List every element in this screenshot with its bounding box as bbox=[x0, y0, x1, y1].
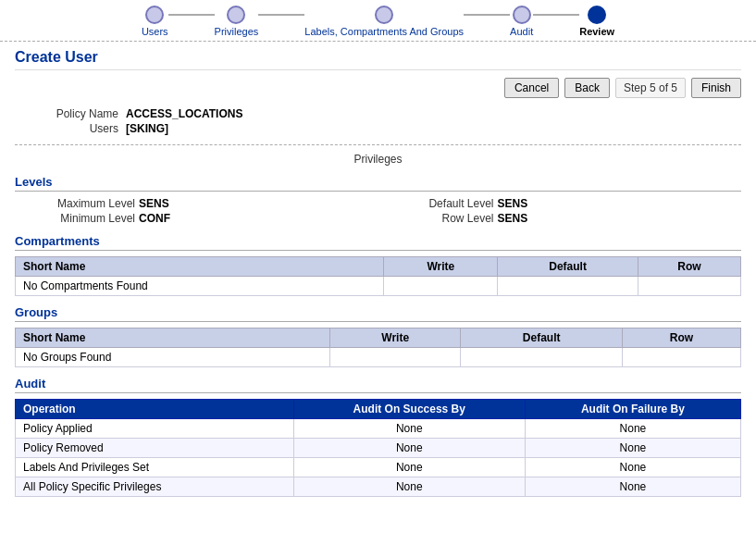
compartments-empty-msg: No Compartments Found bbox=[16, 277, 384, 296]
groups-table: Short Name Write Default Row No Groups F… bbox=[15, 328, 741, 367]
step-indicator: Step 5 of 5 bbox=[615, 78, 686, 98]
audit-failure: None bbox=[525, 477, 740, 497]
groups-col-shortname: Short Name bbox=[16, 328, 330, 348]
policy-info: Policy Name ACCESS_LOCATIONS Users [SKIN… bbox=[15, 107, 741, 135]
step-circle-review bbox=[588, 6, 606, 24]
back-button[interactable]: Back bbox=[564, 78, 610, 98]
page-title: Create User bbox=[15, 49, 741, 70]
audit-operation: Policy Removed bbox=[16, 439, 294, 458]
groups-empty-row-cell bbox=[622, 348, 740, 367]
audit-success: None bbox=[293, 419, 525, 439]
connector-1 bbox=[168, 14, 215, 16]
groups-col-row: Row bbox=[622, 328, 740, 348]
row-level-row: Row Level SENS bbox=[392, 212, 742, 225]
audit-failure: None bbox=[525, 458, 740, 477]
default-level-value: SENS bbox=[498, 197, 528, 210]
max-level-label: Maximum Level bbox=[33, 197, 135, 210]
groups-empty-default bbox=[461, 348, 622, 367]
wizard-steps: Users Privileges Labels, Compartments An… bbox=[0, 0, 756, 42]
groups-col-default: Default bbox=[461, 328, 622, 348]
audit-failure: None bbox=[525, 419, 740, 439]
audit-heading: Audit bbox=[15, 377, 741, 393]
wizard-step-users[interactable]: Users bbox=[142, 6, 168, 37]
audit-operation: Labels And Privileges Set bbox=[16, 458, 294, 477]
policy-users-row: Users [SKING] bbox=[15, 122, 741, 135]
compartments-heading: Compartments bbox=[15, 234, 741, 251]
privileges-header: Privileges bbox=[15, 153, 741, 166]
audit-success: None bbox=[293, 477, 525, 497]
wizard-step-privileges[interactable]: Privileges bbox=[215, 6, 259, 37]
audit-col-success: Audit On Success By bbox=[293, 400, 525, 419]
compartments-col-shortname: Short Name bbox=[16, 257, 384, 277]
page-content: Create User Cancel Back Step 5 of 5 Fini… bbox=[0, 42, 756, 510]
step-circle-privileges bbox=[227, 6, 245, 24]
wizard-step-audit[interactable]: Audit bbox=[510, 6, 533, 37]
groups-empty-msg: No Groups Found bbox=[16, 348, 330, 367]
compartments-col-write: Write bbox=[384, 257, 498, 277]
connector-3 bbox=[464, 14, 510, 16]
step-label-users[interactable]: Users bbox=[142, 26, 168, 37]
step-circle-labels bbox=[375, 6, 393, 24]
step-label-audit[interactable]: Audit bbox=[510, 26, 533, 37]
audit-row: Policy Removed None None bbox=[16, 439, 741, 458]
audit-operation: Policy Applied bbox=[16, 419, 294, 439]
compartments-col-default: Default bbox=[498, 257, 638, 277]
finish-button[interactable]: Finish bbox=[691, 78, 741, 98]
connector-4 bbox=[533, 14, 579, 16]
policy-name-row: Policy Name ACCESS_LOCATIONS bbox=[15, 107, 741, 120]
groups-col-write: Write bbox=[329, 328, 461, 348]
audit-table: Operation Audit On Success By Audit On F… bbox=[15, 399, 741, 497]
max-level-value: SENS bbox=[139, 197, 169, 210]
wizard-step-review[interactable]: Review bbox=[579, 6, 614, 37]
step-circle-audit bbox=[513, 6, 531, 24]
step-label-privileges[interactable]: Privileges bbox=[215, 26, 259, 37]
row-level-label: Row Level bbox=[392, 212, 494, 225]
connector-2 bbox=[258, 14, 304, 16]
audit-failure: None bbox=[525, 439, 740, 458]
min-level-value: CONF bbox=[139, 212, 170, 225]
compartments-col-row: Row bbox=[638, 257, 740, 277]
compartments-empty-row-cell bbox=[638, 277, 740, 296]
step-circle-users bbox=[145, 6, 164, 24]
policy-name-label: Policy Name bbox=[15, 107, 126, 120]
levels-heading: Levels bbox=[15, 175, 741, 192]
audit-row: Labels And Privileges Set None None bbox=[16, 458, 741, 477]
audit-row: Policy Applied None None bbox=[16, 419, 741, 439]
compartments-empty-row: No Compartments Found bbox=[16, 277, 741, 296]
row-level-value: SENS bbox=[498, 212, 528, 225]
toolbar: Cancel Back Step 5 of 5 Finish bbox=[15, 78, 741, 98]
wizard-step-labels[interactable]: Labels, Compartments And Groups bbox=[304, 6, 464, 37]
groups-heading: Groups bbox=[15, 305, 741, 322]
default-level-row: Default Level SENS bbox=[392, 197, 742, 210]
policy-name-value: ACCESS_LOCATIONS bbox=[126, 107, 242, 120]
audit-success: None bbox=[293, 439, 525, 458]
compartments-table: Short Name Write Default Row No Compartm… bbox=[15, 256, 741, 296]
compartments-empty-default bbox=[498, 277, 638, 296]
policy-users-value: [SKING] bbox=[126, 122, 168, 135]
max-level-row: Maximum Level SENS bbox=[33, 197, 383, 210]
audit-operation: All Policy Specific Privileges bbox=[16, 477, 294, 497]
audit-row: All Policy Specific Privileges None None bbox=[16, 477, 741, 497]
groups-empty-row: No Groups Found bbox=[16, 348, 741, 367]
cancel-button[interactable]: Cancel bbox=[504, 78, 559, 98]
audit-col-failure: Audit On Failure By bbox=[525, 400, 740, 419]
default-level-label: Default Level bbox=[392, 197, 494, 210]
policy-users-label: Users bbox=[15, 122, 126, 135]
groups-empty-write bbox=[329, 348, 461, 367]
audit-col-operation: Operation bbox=[16, 400, 294, 419]
compartments-empty-write bbox=[384, 277, 498, 296]
audit-success: None bbox=[293, 458, 525, 477]
levels-grid: Maximum Level SENS Default Level SENS Mi… bbox=[15, 197, 741, 225]
divider-1 bbox=[15, 144, 741, 145]
step-label-review[interactable]: Review bbox=[579, 26, 614, 37]
step-label-labels[interactable]: Labels, Compartments And Groups bbox=[304, 26, 464, 37]
min-level-row: Minimum Level CONF bbox=[33, 212, 383, 225]
min-level-label: Minimum Level bbox=[33, 212, 135, 225]
